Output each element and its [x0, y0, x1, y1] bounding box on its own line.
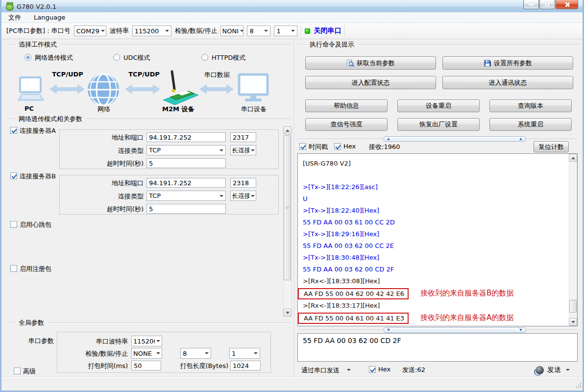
server-b-label[interactable]: 连接服务器B: [20, 172, 56, 181]
left-scrollbar-down-button[interactable]: [283, 309, 292, 317]
query-version-button[interactable]: 查询版本: [489, 99, 572, 112]
register-label[interactable]: 启用注册包: [20, 265, 51, 273]
system-reboot-button[interactable]: 系统重启: [489, 118, 572, 131]
send-input[interactable]: 55 FD AA 00 03 62 00 CD 2F: [297, 333, 578, 362]
baud-select[interactable]: 115200: [132, 25, 171, 36]
help-button[interactable]: 帮助信息: [305, 99, 388, 112]
radio-udc-mode[interactable]: [113, 54, 120, 61]
packlen-input[interactable]: [230, 361, 261, 370]
enter-comm-button[interactable]: 进入通讯状态: [442, 76, 573, 89]
radio-httpd-mode[interactable]: [201, 54, 208, 61]
stopbits-select[interactable]: 1: [274, 25, 297, 36]
chevron-down-icon[interactable]: [347, 369, 351, 371]
set-params-button[interactable]: 设置所有参数: [442, 56, 573, 70]
server-b-type-select[interactable]: TCP: [146, 191, 226, 201]
search-doc-icon: [346, 59, 354, 67]
system-reboot-label: 系统重启: [518, 120, 543, 129]
serial-params-label: 串口参数: [28, 337, 54, 345]
server-b-checkbox[interactable]: [10, 172, 17, 179]
log-line: AA FD 55 00 04 62 00 42 42 E6接收到的来自服务器B的…: [303, 287, 572, 300]
serial-baud-select[interactable]: 115200: [131, 336, 162, 346]
resize-grip-icon[interactable]: [576, 382, 582, 388]
radio-httpd-label[interactable]: HTTPD模式: [212, 53, 245, 62]
server-b-address-input[interactable]: [146, 178, 226, 188]
radio-udc-label[interactable]: UDC模式: [123, 53, 150, 62]
triangle-up-icon: [519, 138, 522, 140]
query-signal-button[interactable]: 查信号强度: [305, 118, 388, 131]
splitter-handle-bottom[interactable]: [384, 327, 526, 333]
chevron-down-icon: [566, 369, 570, 371]
radio-net-transparent-label[interactable]: 网络透传模式: [35, 53, 73, 62]
receive-log[interactable]: [USR-G780 V2] >[Tx->][18:22:26][asc]U>[T…: [297, 153, 578, 326]
log-line: >[Rx<-][18:33:17][Hex]: [303, 300, 572, 312]
server-a-type-select[interactable]: TCP: [146, 145, 226, 155]
minimize-icon: [529, 4, 534, 5]
title-bar[interactable]: G780 V2.0.1: [0, 0, 584, 14]
heartbeat-checkbox[interactable]: [10, 221, 17, 228]
serial-baud-label: 串口波特率: [60, 337, 128, 346]
minimize-button[interactable]: [523, 0, 539, 9]
log-line: [303, 170, 572, 181]
send-via-select[interactable]: 通过串口发送: [301, 366, 340, 375]
log-line: >[Tx->][18:29:16][Hex]: [303, 228, 572, 240]
menu-file[interactable]: 文件: [8, 13, 21, 22]
server-a-port-input[interactable]: [230, 132, 256, 142]
log-scrollbar-thumb[interactable]: [569, 300, 577, 313]
send-hex-label[interactable]: Hex: [378, 366, 390, 373]
reboot-device-button[interactable]: 设备重启: [397, 99, 480, 112]
left-scrollbar-thumb[interactable]: [284, 135, 291, 280]
factory-reset-button[interactable]: 恢复出厂设置: [397, 118, 480, 131]
splitter-handle-top[interactable]: [384, 136, 526, 142]
maximize-button[interactable]: [539, 0, 555, 9]
serial-databits-select[interactable]: 8: [180, 348, 211, 359]
server-b-connmode-select[interactable]: 长连接: [230, 191, 256, 201]
recv-count: 接收:1960: [369, 143, 400, 151]
log-scrollbar-up-button[interactable]: [569, 154, 577, 162]
close-button[interactable]: [556, 0, 578, 9]
send-hex-checkbox[interactable]: [369, 366, 376, 373]
timestamp-label[interactable]: 时间戳: [309, 143, 328, 151]
server-a-timeout-input[interactable]: [146, 158, 226, 168]
get-params-button[interactable]: 获取当前参数: [305, 56, 436, 70]
timestamp-checkbox[interactable]: [299, 143, 306, 150]
work-mode-caption: 选择工作模式: [6, 40, 292, 49]
status-bar: [1, 376, 583, 389]
advanced-checkbox[interactable]: [14, 368, 21, 374]
log-line: U: [303, 193, 572, 205]
com-port-select[interactable]: COM29: [74, 25, 106, 36]
server-b-port-input[interactable]: [230, 178, 256, 188]
recv-hex-label[interactable]: Hex: [343, 143, 356, 150]
advanced-label[interactable]: 高级: [23, 367, 36, 376]
recv-hex-checkbox[interactable]: [334, 143, 341, 150]
radio-net-transparent-mode[interactable]: [24, 54, 31, 61]
serial-parity-select[interactable]: NONE: [131, 348, 162, 359]
link1-label: TCP/UDP: [50, 71, 85, 78]
close-port-button[interactable]: 关闭串口: [314, 26, 341, 35]
conn-type-label: 连接类型: [65, 192, 144, 201]
parity-select[interactable]: NONI: [220, 25, 243, 36]
chevron-down-icon: [205, 352, 209, 354]
databits-select[interactable]: 8: [247, 25, 270, 36]
log-line: 55 FD AA 00 03 62 00 CD 2F: [303, 264, 572, 275]
server-b-timeout-input[interactable]: [146, 204, 226, 214]
log-line: [USR-G780 V2]: [303, 158, 572, 170]
serial-stopbits-select[interactable]: 1: [229, 348, 260, 359]
server-a-address-input[interactable]: [146, 132, 226, 142]
window-title: G780 V2.0.1: [17, 3, 56, 10]
server-a-label[interactable]: 连接服务器A: [20, 126, 56, 135]
send-button[interactable]: 发送: [535, 364, 578, 376]
server-a-checkbox[interactable]: [10, 127, 17, 134]
heartbeat-label[interactable]: 启用心跳包: [20, 220, 51, 229]
log-scrollbar-down-button[interactable]: [569, 318, 577, 326]
enter-config-button[interactable]: 进入配置状态: [305, 76, 436, 89]
packtime-input[interactable]: [131, 361, 161, 370]
left-scrollbar-up-button[interactable]: [283, 126, 292, 134]
register-checkbox[interactable]: [10, 265, 17, 272]
serial-parity-value: NONE: [133, 350, 152, 357]
menu-language[interactable]: Language: [34, 14, 65, 21]
server-a-connmode-select[interactable]: 长连接: [230, 145, 256, 155]
globe-icon: [87, 73, 120, 106]
reset-count-button[interactable]: 复位计数: [534, 141, 569, 152]
baud-label: 波特率: [110, 26, 129, 35]
packtime-label: 打包时间(ms): [60, 362, 128, 370]
